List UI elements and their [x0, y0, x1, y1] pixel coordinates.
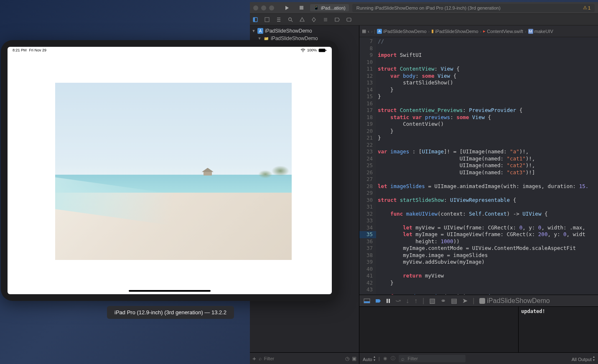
jump-bar[interactable]: ▦ ‹ › | A iPadSlideShowDemo › ▮ iPadSlid… — [359, 25, 598, 37]
svg-rect-8 — [387, 299, 388, 303]
svg-point-10 — [303, 51, 303, 52]
source-control-navigator-tab[interactable] — [264, 17, 270, 23]
zoom-window-button[interactable] — [269, 5, 274, 10]
xcode-project-icon: A — [257, 28, 263, 34]
source-editor[interactable]: 7891011121314151617181920212223242526272… — [359, 37, 598, 295]
svg-rect-0 — [300, 6, 303, 10]
folder-icon: ▮ — [431, 28, 434, 34]
disclosure-triangle-icon[interactable]: ▼ — [252, 29, 256, 33]
auto-variables-selector[interactable]: Auto ▴▾ — [363, 355, 375, 362]
project-navigator-tab[interactable] — [252, 17, 258, 23]
debug-filter-bar: Auto ▴▾ | ◉ ⓘ All Output ▴▾ — [359, 352, 598, 364]
xcode-project-icon: A — [377, 29, 382, 34]
issue-navigator-tab[interactable] — [299, 17, 305, 23]
breakpoints-icon[interactable] — [375, 298, 381, 303]
related-items-icon[interactable]: ▦ — [362, 28, 366, 34]
svg-rect-11 — [319, 48, 326, 52]
location-icon[interactable]: ➤ — [462, 297, 468, 305]
debug-bar: ⤻ ↓ ↑ | ▧ ⚭ ▤ ➤ | iPadSlideShowDemo — [359, 295, 598, 306]
breakpoint-navigator-tab[interactable] — [334, 17, 340, 23]
svg-point-4 — [289, 18, 292, 20]
ipad-simulator-window[interactable]: 8:21 PM Fri Nov 29 100% — [1, 40, 338, 301]
hide-debug-area-icon[interactable] — [364, 298, 370, 303]
debug-navigator-tab[interactable] — [323, 17, 328, 23]
find-navigator-tab[interactable] — [288, 17, 293, 23]
console-line: updated! — [521, 308, 545, 314]
environment-overrides-icon[interactable]: ▤ — [451, 297, 457, 305]
report-navigator-tab[interactable] — [346, 17, 352, 23]
ios-status-bar: 8:21 PM Fri Nov 29 100% — [8, 47, 332, 53]
quicklook-icon[interactable]: ◉ — [383, 356, 387, 361]
activity-status-text: Running iPadSlideShowDemo on iPad Pro (1… — [356, 5, 501, 10]
line-number-gutter[interactable]: 7891011121314151617181920212223242526272… — [359, 37, 376, 295]
window-controls[interactable] — [253, 5, 274, 10]
battery-percent: 100% — [307, 48, 317, 52]
step-out-icon[interactable]: ↑ — [414, 297, 417, 305]
project-root-row[interactable]: ▼ A iPadSlideShowDemo — [250, 27, 359, 35]
code-content[interactable]: // import SwiftUI struct ContentView: Vi… — [376, 37, 598, 295]
jump-crumb-file[interactable]: ▸ ContentView.swift — [483, 28, 523, 34]
back-button[interactable]: ‹ — [368, 29, 369, 34]
pause-continue-icon[interactable] — [386, 298, 390, 303]
warning-icon: ⚠ — [583, 5, 587, 10]
warning-badge[interactable]: ⚠ 1 — [583, 5, 590, 10]
debug-memory-graph-icon[interactable]: ⚭ — [440, 297, 446, 305]
filter-icon: ⌕ — [259, 356, 262, 361]
jump-crumb-group[interactable]: ▮ iPadSlideShowDemo — [431, 28, 478, 34]
variables-view[interactable] — [359, 307, 519, 352]
step-over-icon[interactable]: ⤻ — [395, 297, 401, 305]
home-indicator[interactable] — [129, 290, 211, 292]
jump-crumb-symbol[interactable]: M makeUIV — [528, 29, 553, 34]
wifi-icon — [300, 48, 305, 52]
scm-filter-icon[interactable]: ▣ — [352, 356, 356, 361]
forward-button[interactable]: › — [371, 29, 373, 34]
ipad-screen[interactable]: 8:21 PM Fri Nov 29 100% — [8, 47, 332, 294]
project-name-label: iPadSlideShowDemo — [265, 28, 312, 34]
debug-area: updated! — [359, 306, 598, 352]
output-mode-selector[interactable]: All Output ▴▾ — [572, 355, 595, 362]
swift-file-icon: ▸ — [483, 28, 486, 34]
app-icon — [479, 298, 485, 304]
battery-icon — [318, 48, 327, 52]
console-output[interactable]: updated! — [519, 307, 598, 352]
navigator-filter-input[interactable] — [264, 356, 343, 361]
xcode-toolbar: 📱 iPad...ation) Running iPadSlideShowDem… — [250, 2, 598, 14]
navigator-tabs — [252, 17, 352, 23]
svg-rect-2 — [253, 18, 255, 22]
editor-area: ▦ ‹ › | A iPadSlideShowDemo › ▮ iPadSlid… — [359, 25, 598, 364]
close-window-button[interactable] — [253, 5, 258, 10]
svg-rect-9 — [389, 299, 390, 303]
debug-view-hierarchy-icon[interactable]: ▧ — [429, 297, 435, 305]
stop-button[interactable] — [296, 4, 307, 12]
svg-rect-12 — [326, 50, 326, 51]
add-button[interactable]: + — [252, 355, 256, 362]
print-description-icon[interactable]: ⓘ — [391, 355, 395, 361]
navigator-selector-bar — [250, 14, 598, 25]
svg-rect-3 — [265, 18, 269, 22]
navigator-filter-bar: + ⌕ ◷ ▣ — [250, 352, 359, 364]
slideshow-image — [55, 83, 292, 260]
step-into-icon[interactable]: ↓ — [406, 297, 409, 305]
active-scheme-icon: 📱 — [313, 5, 319, 10]
symbol-navigator-tab[interactable] — [276, 17, 282, 23]
warning-count: 1 — [588, 5, 590, 10]
status-date: Fri Nov 29 — [29, 48, 47, 52]
variables-filter-input[interactable] — [399, 355, 466, 362]
svg-rect-7 — [364, 301, 370, 303]
method-icon: M — [528, 29, 533, 34]
status-time: 8:21 PM — [13, 48, 27, 52]
activity-view[interactable]: Running iPadSlideShowDemo on iPad Pro (1… — [352, 4, 595, 12]
process-indicator[interactable]: iPadSlideShowDemo — [479, 297, 550, 305]
simulator-device-label: iPad Pro (12.9-inch) (3rd generation) — … — [107, 306, 234, 319]
test-navigator-tab[interactable] — [311, 17, 317, 23]
jump-crumb-project[interactable]: A iPadSlideShowDemo — [377, 29, 426, 34]
svg-rect-5 — [347, 18, 351, 21]
run-button[interactable] — [282, 4, 293, 12]
minimize-window-button[interactable] — [261, 5, 266, 10]
recent-filter-icon[interactable]: ◷ — [345, 356, 349, 361]
scheme-name-label: iPad...ation) — [321, 5, 346, 10]
scheme-selector[interactable]: 📱 iPad...ation) — [310, 4, 349, 11]
